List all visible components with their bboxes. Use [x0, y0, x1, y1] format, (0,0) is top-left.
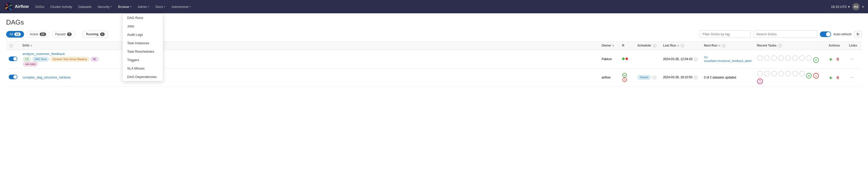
row1-task-circle-3: [771, 55, 777, 61]
tag-filter-input[interactable]: [700, 30, 751, 38]
row1-run-status-green: [622, 58, 625, 60]
time-caret-icon: ▾: [848, 5, 850, 9]
dropdown-item-jobs[interactable]: Jobs: [123, 22, 163, 30]
dropdown-item-dag-runs[interactable]: DAG Runs: [123, 13, 163, 22]
nav-dags[interactable]: DAGs: [33, 3, 47, 10]
row2-run-button[interactable]: ▶: [829, 75, 834, 80]
row2-task-circle-pink: 1: [757, 78, 763, 84]
dropdown-item-task-reschedules[interactable]: Task Reschedules: [123, 47, 163, 56]
filter-running-button[interactable]: Running 0: [83, 31, 108, 38]
dropdown-item-task-instances[interactable]: Task Instances: [123, 39, 163, 47]
row2-actions-cell: ▶ 🗑: [826, 69, 846, 86]
nextrun-info-icon[interactable]: i: [722, 44, 725, 47]
dropdown-item-sla-misses[interactable]: SLA Misses: [123, 64, 163, 73]
row1-lastrun-info-icon[interactable]: i: [694, 58, 698, 61]
nav-datasets[interactable]: Datasets: [76, 3, 94, 10]
brand[interactable]: Airflow: [4, 2, 29, 11]
nav-security[interactable]: Security ▾: [95, 3, 114, 10]
row2-more-button[interactable]: ···: [849, 74, 856, 80]
col-header-schedule: Schedule i: [635, 42, 660, 50]
recent-info-icon[interactable]: i: [778, 44, 782, 47]
row2-lastrun-cell: 2024-03-28, 18:10:50 i: [660, 69, 702, 86]
dag-search-input[interactable]: [753, 30, 817, 38]
row1-lastrun-cell: 2024-03-28, 12:04:43 i: [660, 49, 702, 69]
security-caret-icon: ▾: [111, 5, 112, 8]
row1-tag-dag-docs[interactable]: DAG Docs: [32, 57, 49, 61]
row2-delete-button[interactable]: 🗑: [835, 75, 841, 80]
row1-more-button[interactable]: ···: [849, 56, 856, 62]
nav-docs[interactable]: Docs ▾: [153, 3, 168, 10]
row1-tag-dyn-task[interactable]: Dynamic Task Group Mapping: [51, 57, 89, 61]
row1-nextrun-cell: On snowflake://customer_feedback_table/: [702, 49, 754, 69]
user-caret-icon: ▾: [862, 5, 864, 9]
row2-recent-cell: 31 1 1: [754, 69, 826, 86]
lastrun-info-icon[interactable]: i: [681, 44, 684, 47]
row1-actions-cell: ▶ 🗑: [826, 49, 846, 69]
time-text: 19:10 UTC: [831, 5, 847, 9]
row2-runs-success: 11: [622, 73, 627, 77]
schedule-info-icon[interactable]: i: [653, 44, 656, 47]
row1-tag-cs[interactable]: CS: [23, 57, 31, 61]
row1-tag-ml[interactable]: ML: [91, 57, 98, 61]
row2-dag-name[interactable]: complex_dag_structure_rainbow: [23, 75, 71, 79]
row1-task-circle-7: [799, 55, 805, 61]
filter-all-label: All: [9, 33, 13, 36]
row2-schedule-info-icon[interactable]: i: [653, 76, 656, 79]
row2-runs-cell: 11 1: [620, 69, 635, 86]
row1-runs-cell: [620, 49, 635, 69]
row1-dag-cell: analyze_customer_feedback CS DAG Docs Dy…: [20, 49, 599, 69]
airflow-logo-icon: [4, 2, 13, 11]
filter-running-label: Running: [86, 32, 98, 36]
refresh-button[interactable]: ↻: [854, 31, 862, 38]
row2-owner: airflow: [601, 76, 611, 79]
browse-caret-icon: ▾: [130, 5, 131, 8]
dropdown-item-audit-logs[interactable]: Audit Logs: [123, 30, 163, 39]
col-header-nextrun[interactable]: Next Run ⇅ i: [702, 42, 754, 50]
nav-cluster-activity[interactable]: Cluster Activity: [48, 3, 75, 10]
nav-browse[interactable]: Browse ▾: [116, 3, 134, 10]
row2-task-circle-2: [764, 71, 770, 76]
refresh-icon: ↻: [857, 32, 860, 36]
filter-all-button[interactable]: All 28: [6, 31, 24, 38]
row1-task-circle-8: [806, 55, 812, 61]
auto-refresh-switch[interactable]: [820, 31, 831, 37]
row1-dag-toggle[interactable]: [9, 57, 18, 61]
row1-nextrun[interactable]: On snowflake://customer_feedback_table/: [704, 56, 752, 62]
col-header-dag[interactable]: DAG ⇅: [20, 42, 599, 50]
row2-schedule-cell: Dataset i: [635, 69, 660, 86]
filter-running-count: 0: [100, 33, 105, 36]
dropdown-item-triggers[interactable]: Triggers: [123, 56, 163, 64]
row1-task-circle-4: [778, 55, 784, 61]
col-header-owner[interactable]: Owner ⇅: [599, 42, 620, 50]
admin-caret-icon: ▾: [148, 5, 150, 8]
row1-owner: Pakkun: [601, 57, 612, 61]
row1-run-button[interactable]: ▶: [829, 56, 834, 62]
user-avatar[interactable]: AU: [852, 3, 860, 10]
toggle-info-icon[interactable]: i: [9, 44, 13, 47]
row2-lastrun-info-icon[interactable]: i: [694, 76, 698, 79]
row2-nextrun-cell: 0 of 2 datasets updated: [702, 69, 754, 86]
row2-runs-failed: 1: [622, 77, 627, 82]
nav-astronomer[interactable]: Astronomer ▾: [169, 3, 193, 10]
row2-task-circle-6: [792, 71, 798, 76]
dropdown-item-dag-dependencies[interactable]: DAG Dependencies: [123, 73, 163, 81]
filter-paused-label: Paused: [55, 33, 66, 36]
row1-tag-use-case[interactable]: use-case: [23, 62, 38, 66]
row1-schedule-cell: [635, 49, 660, 69]
filter-active-label: Active: [30, 33, 38, 36]
row2-task-circle-5: [785, 71, 791, 76]
filter-active-button[interactable]: Active 21: [27, 31, 50, 38]
row1-task-circle-5: [785, 55, 791, 61]
time-display[interactable]: 19:10 UTC ▾: [831, 5, 850, 9]
brand-name: Airflow: [15, 4, 29, 9]
row1-task-circle-6: [792, 55, 798, 61]
row1-lastrun: 2024-03-28, 12:04:43: [663, 57, 692, 61]
row2-dag-toggle[interactable]: [9, 75, 18, 79]
col-header-lastrun[interactable]: Last Run ⇅ i: [660, 42, 702, 50]
row2-owner-cell: airflow: [599, 69, 620, 86]
nav-admin[interactable]: Admin ▾: [135, 3, 152, 10]
filter-active-count: 21: [40, 33, 46, 36]
row1-dag-name[interactable]: analyze_customer_feedback: [23, 52, 65, 56]
row1-delete-button[interactable]: 🗑: [835, 56, 841, 62]
filter-paused-button[interactable]: Paused 7: [52, 31, 75, 38]
